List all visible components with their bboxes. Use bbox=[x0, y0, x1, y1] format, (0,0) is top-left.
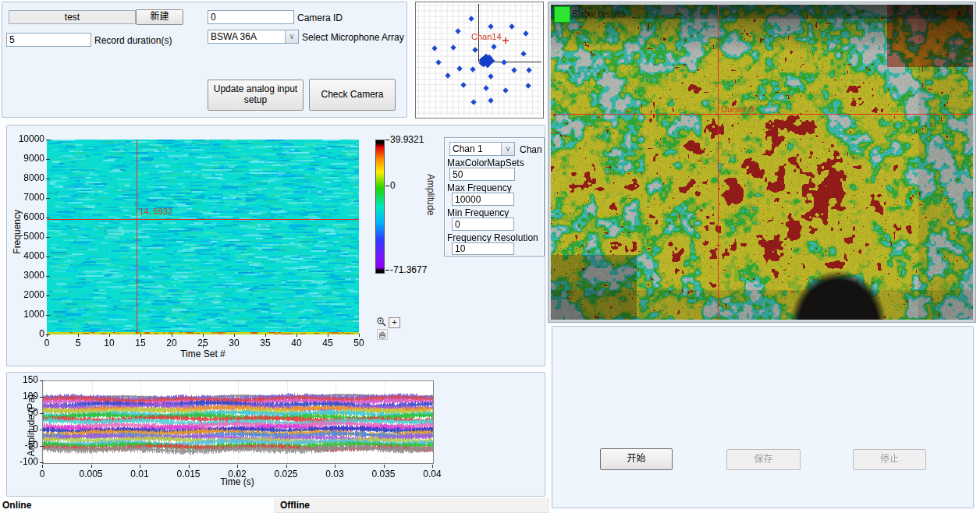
max-frequency-label: Max Frequency bbox=[447, 182, 512, 193]
record-duration-label: Record duration(s) bbox=[94, 35, 172, 46]
actions-panel: 开始 保存 停止 bbox=[552, 326, 974, 508]
mic-array-plot-panel: Chan14 bbox=[415, 2, 544, 119]
spectrogram-y-tick-label: 2000 bbox=[13, 289, 44, 300]
save-button[interactable]: 保存 bbox=[726, 449, 801, 470]
camera-id-input[interactable] bbox=[208, 10, 294, 24]
waveform-x-tick-label: 0 bbox=[25, 469, 59, 479]
start-button[interactable]: 开始 bbox=[600, 448, 673, 470]
max-colormap-input[interactable] bbox=[449, 168, 515, 181]
offline-status-label: Offline bbox=[280, 500, 310, 511]
waveform-x-tick-label: 0.035 bbox=[367, 469, 401, 479]
test-name-input[interactable] bbox=[9, 10, 136, 24]
colorbar-mid-label: 0 bbox=[385, 180, 396, 191]
spectrogram-x-tick-label: 50 bbox=[347, 338, 371, 348]
spectrogram-y-tick-label: 9000 bbox=[13, 153, 44, 164]
spectrogram-x-tick-label: 35 bbox=[254, 338, 277, 348]
camera-id-label: Camera ID bbox=[297, 12, 343, 23]
mic-array-scatter-canvas bbox=[416, 2, 541, 116]
min-frequency-input[interactable] bbox=[452, 218, 514, 231]
spectrogram-y-tick-label: 3000 bbox=[13, 270, 44, 281]
mic-array-selected-value: BSWA 36A bbox=[208, 30, 285, 43]
min-frequency-label: Min Frequency bbox=[447, 207, 509, 218]
spectrogram-cursor-vline[interactable] bbox=[137, 140, 137, 334]
waveform-x-tick-label: 0.01 bbox=[123, 469, 157, 479]
spectrogram-x-tick-label: 15 bbox=[129, 338, 152, 348]
waveform-x-tick-label: 0.005 bbox=[74, 469, 108, 479]
waveform-x-tick-label: 0.03 bbox=[318, 469, 352, 479]
colorbar-max-label: 39.9321 bbox=[385, 134, 424, 145]
spectrogram-display-controls: Chan 1 ∨ Chan MaxColorMapSets Max Freque… bbox=[444, 137, 545, 256]
spectrogram-y-tick-label: 5000 bbox=[13, 231, 44, 242]
colorbar-min-label: -71.3677 bbox=[385, 264, 427, 275]
waveform-y-tick-label: 150 bbox=[12, 374, 38, 385]
record-duration-input[interactable] bbox=[6, 33, 91, 47]
spectrogram-y-tick-label: 4000 bbox=[13, 250, 44, 261]
update-analog-input-button[interactable]: Update analog input setup bbox=[208, 80, 304, 111]
waveform-y-tick-label: -50 bbox=[12, 440, 38, 451]
online-status-label: Online bbox=[2, 500, 31, 511]
max-colormap-label: MaxColorMapSets bbox=[447, 157, 524, 168]
stop-button[interactable]: 停止 bbox=[853, 449, 926, 470]
spectrogram-panel: Frequency 14, 5932 Time Set # 39.9321 0 … bbox=[6, 125, 545, 366]
spectrogram-y-tick-label: 7000 bbox=[13, 192, 44, 203]
waveform-y-tick-label: -100 bbox=[12, 456, 38, 467]
waveform-x-tick-label: 0.04 bbox=[415, 469, 449, 479]
waveform-x-tick-label: 0.02 bbox=[220, 469, 254, 479]
frequency-resolution-label: Frequency Resolution bbox=[447, 232, 538, 243]
image-cursor-label: Cursor 0 bbox=[721, 104, 754, 114]
spectrogram-x-tick-label: 25 bbox=[191, 338, 215, 348]
colorbar-axis-label: Amplitude bbox=[425, 174, 436, 215]
spectrogram-canvas[interactable] bbox=[47, 140, 359, 334]
chevron-down-icon[interactable]: ∨ bbox=[285, 30, 298, 43]
channel-label: Chan bbox=[520, 144, 542, 155]
acquisition-settings-panel: 新建 Record duration(s) Camera ID BSWA 36A… bbox=[2, 2, 407, 118]
spectrogram-x-tick-label: 10 bbox=[98, 338, 121, 348]
new-button[interactable]: 新建 bbox=[136, 9, 183, 25]
acoustic-map-overlay: Cursor 0 Show results bbox=[551, 5, 973, 320]
waveform-x-tick-label: 0.025 bbox=[269, 469, 304, 479]
max-frequency-input[interactable] bbox=[452, 193, 514, 206]
spectrogram-x-tick-label: 40 bbox=[285, 338, 308, 348]
spectrogram-cursor-readout: 14, 5932 bbox=[139, 207, 172, 216]
offline-status-bar: Offline bbox=[275, 497, 549, 513]
mic-array-cursor-label: Chan14 bbox=[471, 32, 502, 41]
channel-selected-value: Chan 1 bbox=[450, 143, 501, 155]
mic-array-label: Select Microphone Array bbox=[302, 32, 404, 43]
spectrogram-x-tick-label: 5 bbox=[66, 338, 90, 348]
waveform-y-tick-label: 100 bbox=[12, 391, 38, 402]
spectrogram-y-tick-label: 10000 bbox=[13, 133, 44, 144]
chevron-down-icon[interactable]: ∨ bbox=[501, 143, 514, 155]
waveform-panel: Amplitude (Pa) Time (s) 150100500-50-100… bbox=[6, 372, 545, 497]
spectrogram-y-tick-label: 8000 bbox=[13, 172, 44, 183]
cursor-tool-icon[interactable]: + bbox=[389, 317, 400, 328]
image-cursor-hline[interactable] bbox=[551, 114, 973, 115]
zoom-tool-icon[interactable] bbox=[376, 317, 387, 327]
spectrogram-x-tick-label: 0 bbox=[35, 338, 59, 348]
image-cursor-vline[interactable] bbox=[718, 5, 719, 320]
pan-hand-tool-icon[interactable] bbox=[377, 329, 388, 340]
spectrogram-cursor-hline[interactable] bbox=[47, 219, 359, 220]
waveform-y-tick-label: 0 bbox=[12, 423, 38, 434]
camera-image-panel: Cursor 0 Show results bbox=[548, 2, 976, 323]
spectrogram-x-tick-label: 30 bbox=[222, 338, 246, 348]
amplitude-colorbar bbox=[375, 140, 385, 274]
waveform-y-tick-label: 50 bbox=[12, 407, 38, 418]
show-results-label: Show results bbox=[572, 9, 626, 19]
spectrogram-x-tick-label: 20 bbox=[160, 338, 183, 348]
mic-array-select[interactable]: BSWA 36A ∨ bbox=[208, 30, 299, 44]
waveform-x-tick-label: 0.015 bbox=[172, 469, 206, 479]
frequency-resolution-input[interactable] bbox=[452, 242, 514, 255]
spectrogram-x-tick-label: 45 bbox=[316, 338, 339, 348]
spectrogram-y-tick-label: 6000 bbox=[13, 211, 44, 222]
show-results-checkbox[interactable] bbox=[554, 6, 570, 23]
channel-select[interactable]: Chan 1 ∨ bbox=[449, 142, 515, 156]
spectrogram-x-axis-label: Time Set # bbox=[164, 348, 242, 359]
spectrogram-y-tick-label: 1000 bbox=[13, 309, 44, 320]
check-camera-button[interactable]: Check Camera bbox=[309, 79, 396, 111]
waveform-canvas[interactable] bbox=[42, 380, 434, 464]
